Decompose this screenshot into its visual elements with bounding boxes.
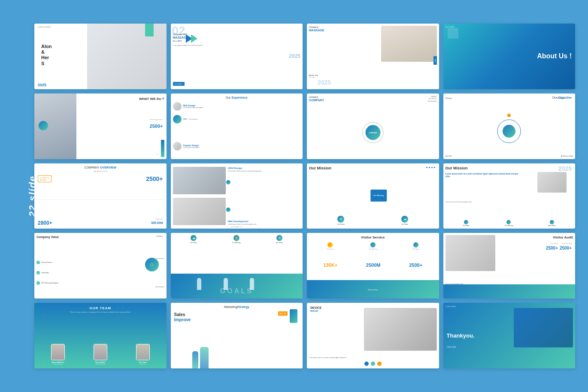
slide-12[interactable]: Our Mission 2025 Lorem ipsum dolor sit a… (443, 163, 576, 229)
slide-14-figure3 (250, 278, 254, 290)
slide-1-logo: LOGO HERE (38, 26, 51, 28)
slide-18-title: MarketingStrategy (224, 305, 249, 308)
slide-10-circle1 (226, 180, 230, 184)
slide-17-title: OUR TEAM (89, 306, 111, 310)
slide-2-ceo: Company CEO (173, 33, 188, 36)
slide-4-deco (448, 28, 458, 39)
slide-3-company: Company (309, 26, 318, 28)
slide-3-role: CEO Title (309, 77, 315, 78)
slide-18-phone (290, 309, 297, 323)
slide-20-laptop (514, 308, 573, 347)
slide-13-check1: ✓ Fast and Secure (36, 261, 52, 264)
slide-19-laptop (364, 308, 436, 350)
slide-7[interactable]: Company COMPANY COMPANY HighlightTrue Re… (307, 93, 439, 159)
slide-12-bottom-labels: Our Value Our Winning Start Value (446, 220, 573, 226)
slide-3[interactable]: Company MASSAGE Middle Jack CEO Title 20… (307, 24, 439, 89)
slide-5-stat-value: 2500+ (150, 124, 163, 129)
slide-17[interactable]: OUR TEAM There are many variations of pa… (34, 303, 167, 368)
slide-2[interactable]: 02 Company CEO MASSAGE We're MIKE Lorem … (171, 24, 303, 89)
slide-2-see-more[interactable]: See More (173, 82, 185, 86)
slide-9[interactable]: COMPANY OVERVIEW THE ABOVE TEXT Tax Advi… (34, 163, 167, 229)
slide-8-label1: Strategy (446, 97, 452, 99)
slide-8-orbit-inner (503, 125, 515, 138)
slide-19[interactable]: DEVICE MOCUP Lorem ipsum dolor sit a mat… (307, 303, 439, 368)
slide-10-section1: UXUI Design Lorem ipsum dolor sit amet c… (228, 167, 300, 172)
slide-14-figure2 (224, 278, 228, 290)
slide-20-subtitle: THE END (447, 346, 456, 348)
slide-13[interactable]: Company Value Highlight ⬡ True Record De… (34, 233, 167, 299)
slide-13-check2: ✓ Top Quality (36, 271, 49, 274)
slide-11-dots (426, 167, 436, 168)
slide-18-sales: Sales (174, 312, 185, 317)
slide-20-thankyou: Thankyou. (447, 332, 475, 338)
slide-19-dots (364, 362, 382, 366)
slide-2-body: Lorem ipsum dolor sit a matt commodo (173, 44, 294, 46)
slide-12-title: Our Mission (446, 166, 468, 170)
slide-8-dot1 (507, 114, 511, 117)
slide-5-stat-label: Work Experience (150, 118, 163, 121)
slide-8[interactable]: Our Objective Strategy Overview Start Up… (443, 93, 576, 159)
slide-9-title: COMPANY OVERVIEW (85, 166, 116, 169)
slide-10-website: www.website.com (230, 226, 242, 228)
slide-2-subtitle: We're MIKE (173, 40, 182, 42)
slide-19-description: Lorem ipsum dolor sit a matt consöitent … (309, 357, 364, 359)
slide-9-financial: Financial (156, 218, 163, 220)
slide-1-bg (87, 24, 167, 89)
slide-10-section2: Web Development Lorem ipsum dolor sit am… (228, 220, 300, 226)
slide-10[interactable]: UXUI Design Lorem ipsum dolor sit amet c… (171, 163, 303, 229)
slide-3-title: MASSAGE (309, 29, 324, 32)
slide-13-check3: ✓ 24/7 Professional Support (36, 281, 58, 285)
slide-12-year: 2025 (558, 166, 572, 172)
slide-1-title: Alon & Her S (41, 44, 52, 66)
slide-13-highlight: Highlight (156, 235, 163, 237)
slide-1[interactable]: LOGO HERE Alon & Her S 2025 (34, 24, 167, 89)
slide-20[interactable]: LOGO HERE Thankyou. THE END (443, 303, 576, 368)
slide-10-circle2 (226, 208, 230, 212)
slide-6[interactable]: Our Experience Web Design Lorem ipsum do… (171, 93, 303, 159)
slide-5-circle (39, 121, 48, 130)
slide-12-body: Lorem text here for the description area (446, 201, 573, 203)
slide-6-item1: Web Design Lorem ipsum dolor description (173, 102, 301, 111)
slide-10-img2 (173, 198, 226, 225)
slide-3-photo (381, 26, 436, 62)
slide-11-blue-box: Our Winning (370, 190, 387, 202)
slide-18-figure (192, 351, 198, 368)
slides-grid: LOGO HERE Alon & Her S 2025 02 Company C… (34, 24, 575, 368)
slide-16[interactable]: Visitor Audit Our Winning Our Value 2500… (443, 233, 576, 299)
slide-11-title: Our Mission (309, 166, 331, 170)
slide-1-accent (145, 24, 154, 36)
slide-18[interactable]: MarketingStrategy Sales Improve $90 Off (171, 303, 303, 368)
slide-16-winning-label: Our Winning (562, 242, 572, 244)
slide-10-img1 (173, 167, 226, 194)
slide-3-tag: INFO (433, 56, 437, 65)
slide-15-footer: Winning Star (307, 280, 439, 299)
slide-16-title: Visitor Audit (553, 235, 573, 239)
slide-11-icons: ⚙ Our Vision ☁ Our Value (309, 216, 437, 225)
slide-15-nums: 135K+ 2500M 2500+ (309, 262, 437, 268)
slide-6-item2: 2023 Lorem ipsum (173, 115, 301, 124)
slide-16-footer (443, 284, 576, 299)
slide-15[interactable]: Visitor Service Our Vision Our Winning O… (307, 233, 439, 299)
slide-18-improve: Improve (174, 317, 191, 322)
slide-9-fin-value: $55.00M (151, 221, 163, 224)
slide-9-divider (36, 199, 164, 200)
slide-1-year: 2025 (38, 83, 46, 87)
slide-14-icons: ☁ Our Value ⚡ Our Winning ⚙ Our Vision (173, 235, 301, 244)
slide-5-bar (161, 140, 164, 157)
slide-15-title: Visitor Service (361, 235, 385, 239)
slide-12-photo (537, 172, 567, 193)
slide-17-subtitle: There are many variations of passages th… (70, 311, 130, 313)
slide-3-person1: Middle Jack (309, 74, 318, 76)
slide-16-value-label: Our Value (550, 242, 558, 244)
slide-4[interactable]: Extra HERE About Us ! (443, 24, 576, 89)
slide-13-development: Development (155, 286, 164, 288)
slide-3-year: 2025 (318, 79, 331, 86)
slide-18-discount: $90 Off (278, 311, 288, 316)
slide-11[interactable]: Our Mission Our Winning ⚙ Our Vision ☁ O… (307, 163, 439, 229)
slide-7-circle-inner: COMPANY (365, 125, 380, 140)
slide-5-title: WHAT WE Do ? (139, 97, 164, 101)
slide-9-subtitle: THE ABOVE TEXT (93, 170, 108, 172)
slide-2-arrow (186, 32, 203, 45)
slide-5[interactable]: WHAT WE Do ? Work Experience 2500+ → (34, 93, 167, 159)
slide-14[interactable]: ☁ Our Value ⚡ Our Winning ⚙ Our Vision G… (171, 233, 303, 299)
